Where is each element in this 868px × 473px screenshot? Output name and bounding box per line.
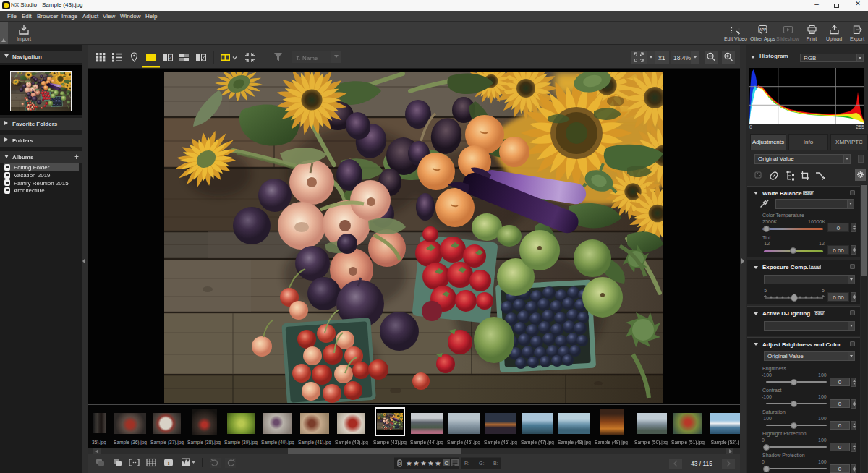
svg-text:G:: G:	[479, 461, 484, 466]
svg-text:★: ★	[413, 459, 420, 467]
svg-text:R:: R:	[464, 461, 469, 466]
svg-text:★: ★	[427, 459, 434, 467]
svg-text:C: C	[444, 461, 448, 466]
svg-text:43 / 115: 43 / 115	[691, 460, 712, 467]
svg-text:x1: x1	[658, 54, 665, 61]
svg-text:⇅ Name: ⇅ Name	[296, 55, 318, 61]
svg-text:B:: B:	[493, 461, 498, 466]
svg-text:★: ★	[435, 459, 441, 467]
svg-text:APP: APP	[759, 28, 765, 32]
svg-text:2: 2	[169, 55, 172, 60]
svg-text:18.4%: 18.4%	[673, 54, 692, 61]
svg-text:★: ★	[406, 459, 412, 467]
svg-text:★: ★	[420, 459, 427, 467]
